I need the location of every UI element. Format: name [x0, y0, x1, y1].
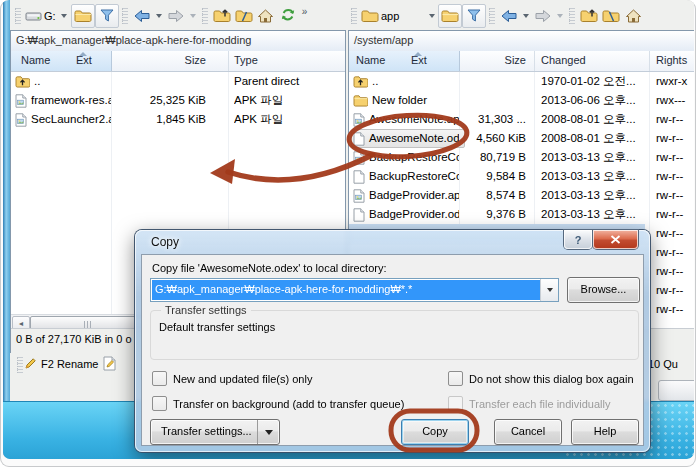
- back-button[interactable]: [498, 5, 520, 27]
- rename-label: F2 Rename: [41, 358, 98, 370]
- rename-button[interactable]: F2 Rename: [24, 356, 117, 371]
- folder-button[interactable]: [438, 4, 462, 28]
- file-row[interactable]: BadgeProvider.apk8,574 B2013-03-13 오후...…: [349, 186, 694, 205]
- file-row[interactable]: AwesomeNote.odex4,560 KiB2008-08-01 오후..…: [349, 129, 694, 148]
- toolbar-grip: [351, 8, 357, 24]
- checkbox-icon[interactable]: [152, 371, 167, 386]
- dialog-close-button[interactable]: [593, 230, 638, 249]
- column-header-name[interactable]: Name: [356, 54, 385, 66]
- parent-directory-button[interactable]: [211, 5, 233, 27]
- file-row[interactable]: SecLauncher2.apk1,845 KiBAPK 파일: [11, 110, 345, 129]
- chevron-down-icon[interactable]: [429, 14, 435, 18]
- apk-file-icon: [353, 189, 365, 203]
- toolbar-grip: [17, 357, 23, 373]
- column-header-type[interactable]: Type: [234, 54, 258, 66]
- drive-label: G:: [42, 10, 58, 22]
- toolbar-overflow-button[interactable]: »: [299, 6, 311, 25]
- folder-root-icon: [235, 8, 253, 23]
- checkbox-do-not-show-again[interactable]: Do not show this dialog box again: [448, 371, 634, 386]
- file-row[interactable]: BackupRestoreCon...80,719 B2013-03-13 오후…: [349, 148, 694, 167]
- file-size-cell: [462, 72, 526, 91]
- checkbox-icon[interactable]: [448, 371, 463, 386]
- forward-button[interactable]: [532, 5, 554, 27]
- odex-file-icon: [353, 170, 365, 184]
- file-row[interactable]: ..1970-01-02 오전...rwxr-x: [349, 72, 694, 91]
- folder-icon: [441, 9, 459, 23]
- arrow-right-icon: [534, 9, 552, 23]
- chevron-down-icon: [547, 288, 553, 292]
- help-button[interactable]: Help: [571, 419, 639, 445]
- filter-button[interactable]: [95, 4, 119, 28]
- column-header-size[interactable]: Size: [464, 54, 526, 66]
- root-directory-button[interactable]: [600, 5, 622, 27]
- toolbar-grip: [202, 8, 208, 24]
- apk-file-icon: [15, 94, 27, 108]
- file-size-cell: 31,303 ...: [462, 110, 526, 129]
- location-selector[interactable]: app: [360, 5, 402, 27]
- checkbox-new-updated-only[interactable]: New and updated file(s) only: [152, 371, 312, 386]
- file-name-cell: ..: [15, 72, 111, 91]
- copy-target-label: Copy file 'AwesomeNote.odex' to local di…: [152, 262, 387, 274]
- apk-file-icon: [15, 113, 27, 127]
- file-row[interactable]: BadgeProvider.odex9,376 B2013-03-13 오후..…: [349, 205, 694, 224]
- column-header-size[interactable]: Size: [131, 54, 206, 66]
- column-header-rights[interactable]: Rights: [656, 54, 687, 66]
- home-button[interactable]: [255, 5, 277, 27]
- checkbox-label: New and updated file(s) only: [173, 373, 312, 385]
- home-button[interactable]: [622, 5, 644, 27]
- file-rights-cell: rw-r--: [656, 129, 694, 148]
- refresh-button[interactable]: [277, 5, 299, 27]
- filter-icon: [99, 8, 115, 23]
- home-icon: [625, 9, 642, 23]
- combobox-dropdown-button[interactable]: [540, 279, 558, 301]
- file-rights-cell: rw-r--: [656, 262, 694, 281]
- copy-dialog: Copy ? Copy file 'AwesomeNote.odex' to l…: [135, 230, 650, 452]
- left-column-header: Name Ext Size Type: [11, 51, 345, 72]
- checkbox-transfer-background[interactable]: Transfer on background (add to transfer …: [152, 396, 404, 411]
- file-row[interactable]: framework-res.apk25,325 KiBAPK 파일: [11, 91, 345, 110]
- folder-button[interactable]: [71, 4, 95, 28]
- quit-button-fragment[interactable]: 10 Qu: [648, 358, 678, 370]
- column-header-name[interactable]: Name: [21, 54, 50, 66]
- checkbox-label: Transfer each file individually: [469, 398, 610, 410]
- destination-path-combobox[interactable]: G:₩apk_manager₩place-apk-here-for-moddin…: [150, 278, 559, 302]
- footer-partial-button[interactable]: [658, 380, 694, 401]
- drive-selector[interactable]: G:: [24, 5, 71, 27]
- destination-path-value[interactable]: G:₩apk_manager₩place-apk-here-for-moddin…: [152, 280, 540, 300]
- root-directory-button[interactable]: [233, 5, 255, 27]
- back-history-dropdown[interactable]: [523, 14, 529, 18]
- file-rights-cell: rw-r--: [656, 243, 694, 262]
- back-history-dropdown[interactable]: [156, 14, 162, 18]
- folder-icon: [353, 94, 368, 107]
- folder-icon: [74, 9, 92, 23]
- column-header-changed[interactable]: Changed: [541, 54, 586, 66]
- checkbox-icon[interactable]: [152, 396, 167, 411]
- file-rights-cell: rwx---: [656, 91, 694, 110]
- file-row[interactable]: AwesomeNote.apk31,303 ...2008-08-01 오후..…: [349, 110, 694, 129]
- file-changed-cell: 2008-08-01 오후...: [541, 110, 647, 129]
- file-row[interactable]: ..Parent direct: [11, 72, 345, 91]
- forward-history-dropdown[interactable]: [557, 14, 563, 18]
- filter-button[interactable]: [462, 4, 486, 28]
- forward-history-dropdown[interactable]: [190, 14, 196, 18]
- file-changed-cell: 2013-03-13 오후...: [541, 205, 647, 224]
- browse-button[interactable]: Browse...: [567, 277, 640, 303]
- file-changed-cell: 2013-03-13 오후...: [541, 186, 647, 205]
- cancel-button[interactable]: Cancel: [494, 419, 562, 445]
- copy-button[interactable]: Copy: [401, 419, 469, 445]
- back-button[interactable]: [131, 5, 153, 27]
- arrow-right-icon: [167, 9, 185, 23]
- checkbox-transfer-individually: Transfer each file individually: [448, 396, 610, 411]
- file-rights-cell: rw-r--: [656, 300, 694, 319]
- file-row[interactable]: New folder2013-06-06 오후...rwx---: [349, 91, 694, 110]
- transfer-settings-label: Transfer settings...: [161, 425, 252, 437]
- forward-button[interactable]: [165, 5, 187, 27]
- file-name-cell: framework-res.apk: [15, 91, 111, 110]
- file-rights-cell: rw-r--: [656, 110, 694, 129]
- transfer-settings-button[interactable]: Transfer settings...: [150, 419, 280, 445]
- file-row[interactable]: BackupRestoreCon...9,584 B2013-03-13 오후.…: [349, 167, 694, 186]
- dialog-help-button[interactable]: ?: [564, 230, 592, 249]
- transfer-settings-dropdown[interactable]: [257, 420, 279, 444]
- file-rights-cell: rw-r--: [656, 186, 694, 205]
- parent-directory-button[interactable]: [578, 5, 600, 27]
